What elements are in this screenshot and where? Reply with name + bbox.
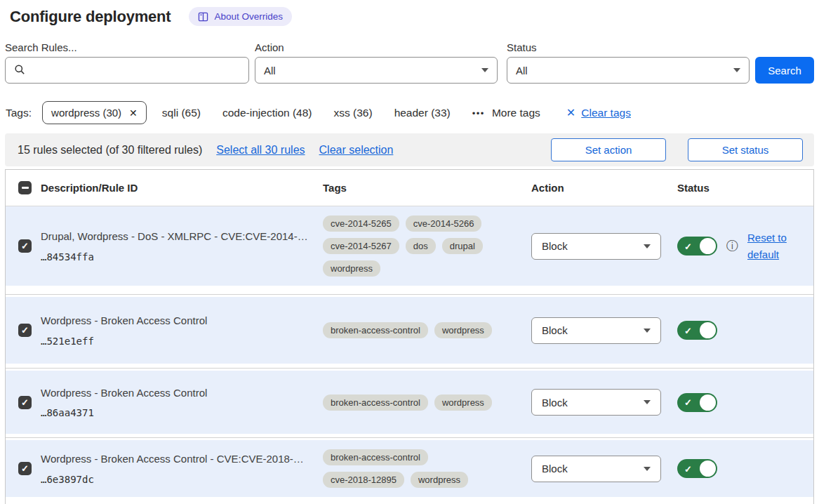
toggle-knob (700, 460, 716, 477)
tag-xss[interactable]: xss (36) (334, 107, 373, 119)
set-status-button[interactable]: Set status (688, 138, 803, 161)
rule-tags: cve-2014-5265 cve-2014-5266 cve-2014-526… (323, 207, 531, 285)
status-filter-select[interactable]: All (507, 57, 750, 84)
tag-chip: wordpress (323, 260, 380, 277)
reset-to-default-link[interactable]: Reset to default (747, 230, 792, 263)
table-header: Description/Rule ID Tags Action Status (6, 170, 813, 206)
clear-selection-link[interactable]: Clear selection (319, 144, 394, 157)
tags-bar: Tags: wordpress (30) ✕ sqli (65) code-in… (5, 101, 814, 124)
about-overrides-label: About Overrides (214, 11, 283, 22)
row-checkbox[interactable] (18, 396, 32, 409)
column-status: Status (677, 182, 813, 194)
action-select[interactable]: Block (531, 456, 661, 482)
x-icon[interactable]: ✕ (129, 107, 138, 119)
status-toggle[interactable] (677, 459, 717, 478)
clear-tags-link[interactable]: ✕ Clear tags (566, 106, 631, 119)
filter-bar: Search Rules... Action All Status (5, 41, 814, 84)
column-tags: Tags (323, 182, 531, 194)
rule-tags: broken-access-control cve-2018-12895 wor… (323, 441, 502, 496)
info-icon[interactable] (726, 240, 738, 252)
action-select[interactable]: Block (531, 317, 661, 344)
row-divider (6, 286, 813, 297)
column-action: Action (531, 182, 677, 194)
selected-tag-label: wordpress (30) (51, 107, 121, 119)
action-value: Block (542, 240, 568, 252)
chevron-down-icon (644, 329, 651, 333)
rule-description: Wordpress - Broken Access Control - CVE:… (41, 452, 310, 466)
status-toggle[interactable] (677, 393, 717, 412)
tag-chip: dos (406, 238, 436, 254)
toggle-knob (700, 322, 716, 338)
status-toggle[interactable] (677, 237, 717, 256)
row-checkbox[interactable] (18, 462, 32, 475)
page-title: Configure deployment (10, 8, 171, 26)
table-row: Drupal, Wordpress - DoS - XMLRPC - CVE:C… (6, 206, 813, 286)
selected-tag-wordpress[interactable]: wordpress (30) ✕ (42, 101, 147, 124)
search-button[interactable]: Search (755, 57, 814, 84)
row-divider (6, 364, 813, 371)
select-all-link[interactable]: Select all 30 rules (216, 144, 305, 157)
tag-header[interactable]: header (33) (394, 107, 451, 119)
tag-chip: broken-access-control (323, 322, 428, 338)
tag-chip: cve-2018-12895 (323, 472, 404, 488)
action-filter-group: Action All (255, 41, 498, 84)
action-select[interactable]: Block (531, 233, 661, 260)
chevron-down-icon (644, 400, 651, 404)
toggle-knob (700, 394, 716, 411)
x-icon: ✕ (566, 106, 575, 119)
set-action-button[interactable]: Set action (551, 138, 666, 161)
search-rules-group: Search Rules... (5, 41, 249, 84)
action-value: Block (542, 397, 568, 409)
chevron-down-icon (644, 467, 651, 471)
tag-chip: drupal (442, 238, 483, 254)
search-icon (14, 64, 25, 77)
about-overrides-badge[interactable]: About Overrides (189, 7, 292, 26)
action-value: Block (542, 324, 568, 336)
status-toggle[interactable] (677, 321, 717, 340)
column-description: Description/Rule ID (41, 182, 323, 194)
tag-chip: broken-access-control (323, 449, 428, 465)
chevron-down-icon (481, 68, 488, 72)
rule-id: …521e1eff (41, 336, 310, 347)
book-icon (198, 12, 208, 22)
search-rules-input[interactable] (32, 65, 240, 77)
tag-chip: cve-2014-5267 (323, 238, 399, 254)
rule-description: Drupal, Wordpress - DoS - XMLRPC - CVE:C… (41, 230, 310, 244)
tag-chip: cve-2014-5265 (323, 215, 399, 232)
select-all-checkbox[interactable] (18, 181, 32, 194)
tag-chip: wordpress (434, 322, 492, 338)
rule-id: …86aa4371 (41, 407, 310, 418)
action-filter-value: All (264, 65, 276, 77)
action-select[interactable]: Block (531, 389, 661, 416)
chevron-down-icon (644, 244, 651, 248)
search-rules-label: Search Rules... (5, 41, 249, 53)
rule-tags: broken-access-control wordpress (323, 314, 531, 347)
row-checkbox[interactable] (18, 239, 32, 253)
tags-label: Tags: (6, 107, 32, 119)
search-rules-inputbox (5, 57, 249, 84)
page-header: Configure deployment About Overrides (10, 7, 814, 26)
action-filter-label: Action (255, 41, 498, 53)
table-row: Wordpress - Broken Access Control - CVE:… (6, 440, 813, 497)
tag-chip: broken-access-control (323, 394, 428, 411)
more-tags-label: More tags (492, 107, 540, 119)
action-filter-select[interactable]: All (255, 57, 498, 84)
rule-id: …84534ffa (41, 251, 310, 263)
row-checkbox[interactable] (18, 324, 32, 337)
selection-summary: 15 rules selected (of 30 filtered rules) (18, 144, 202, 157)
tag-sqli[interactable]: sqli (65) (162, 107, 201, 119)
more-tags-button[interactable]: More tags (472, 107, 540, 119)
table-row: Wordpress - Broken Access Control …86aa4… (6, 371, 813, 434)
tag-code-injection[interactable]: code-injection (48) (222, 107, 312, 119)
rule-id: …6e3897dc (41, 474, 310, 485)
action-value: Block (542, 463, 568, 475)
tag-chip: wordpress (434, 394, 492, 411)
rule-description: Wordpress - Broken Access Control (41, 386, 310, 400)
status-filter-group: Status All (507, 41, 750, 84)
clear-tags-label: Clear tags (581, 107, 631, 119)
configure-deployment-page: Configure deployment About Overrides Sea… (0, 7, 819, 504)
rules-table: Description/Rule ID Tags Action Status D… (5, 169, 814, 504)
status-filter-value: All (516, 65, 528, 77)
table-row: Wordpress - Broken Access Control …521e1… (6, 297, 813, 364)
row-divider (6, 434, 813, 440)
